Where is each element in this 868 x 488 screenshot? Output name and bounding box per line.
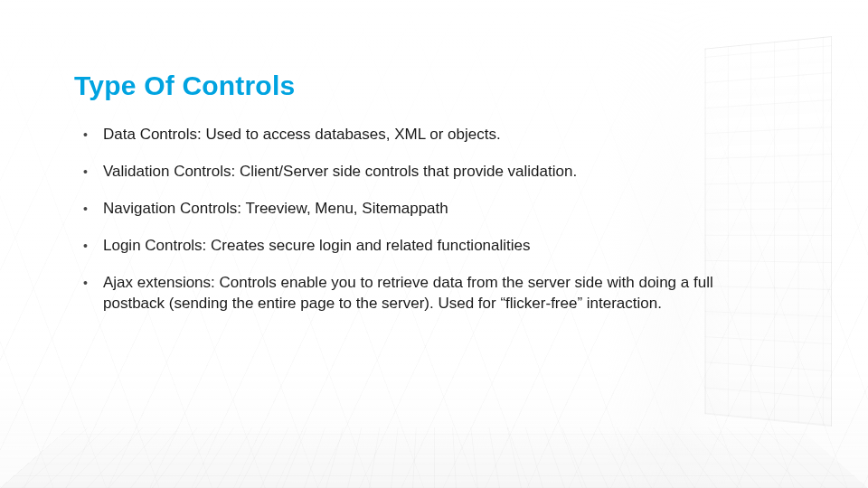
bullet-list: Data Controls: Used to access databases,… — [74, 125, 769, 314]
slide-container: Type Of Controls Data Controls: Used to … — [0, 0, 868, 488]
list-item: Ajax extensions: Controls enable you to … — [74, 273, 754, 314]
list-item: Navigation Controls: Treeview, Menu, Sit… — [74, 199, 754, 220]
list-item: Data Controls: Used to access databases,… — [74, 125, 754, 145]
slide-title: Type Of Controls — [74, 70, 769, 101]
list-item: Validation Controls: Client/Server side … — [74, 162, 754, 183]
list-item: Login Controls: Creates secure login and… — [74, 236, 754, 257]
